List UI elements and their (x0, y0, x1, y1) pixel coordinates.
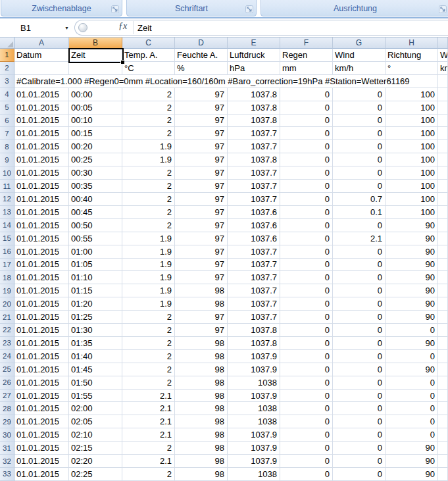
cell-partial-1[interactable]: W (438, 49, 448, 62)
cell-partial-25[interactable] (438, 363, 448, 376)
cell-C-4[interactable]: 2 (122, 88, 175, 101)
cell-A-14[interactable]: 01.01.2015 (14, 219, 69, 232)
cell-C-22[interactable]: 2 (122, 324, 175, 337)
cell-G-33[interactable]: 0 (333, 468, 386, 481)
insert-function-button[interactable]: ƒx (118, 21, 127, 32)
cell-E-27[interactable]: 1037.9 (228, 390, 280, 403)
cell-H-11[interactable]: 100 (386, 180, 438, 193)
cell-C-12[interactable]: 2 (122, 193, 175, 206)
cell-C-21[interactable]: 2 (122, 311, 175, 324)
cell-A-15[interactable]: 01.01.2015 (14, 232, 69, 245)
cell-A-3[interactable]: #Calibrate=1.000 #Regen0=0mm #Location=1… (14, 75, 438, 88)
row-header-19[interactable]: 19 (0, 284, 14, 297)
cell-D-12[interactable]: 97 (175, 193, 228, 206)
cell-G-17[interactable]: 0 (333, 259, 386, 272)
cell-H-33[interactable]: 90 (386, 468, 438, 481)
cell-C-11[interactable]: 2 (122, 180, 175, 193)
cell-partial-5[interactable] (438, 101, 448, 114)
cell-B-18[interactable]: 01:10 (69, 271, 122, 284)
cell-A-30[interactable]: 01.01.2015 (14, 428, 69, 442)
cell-G-28[interactable]: 0 (333, 402, 386, 415)
cell-G-23[interactable]: 0 (333, 337, 386, 350)
cell-C-15[interactable]: 1.9 (122, 232, 175, 245)
cell-D-2[interactable]: % (175, 62, 228, 75)
cell-partial-4[interactable] (438, 88, 448, 101)
cell-partial-10[interactable] (438, 166, 448, 180)
name-box-dropdown-icon[interactable]: ▼ (64, 18, 69, 37)
name-box[interactable]: B1 (0, 18, 51, 37)
cell-F-30[interactable]: 0 (280, 428, 333, 442)
row-header-18[interactable]: 18 (0, 271, 14, 284)
cell-D-5[interactable]: 97 (175, 101, 228, 114)
cell-E-20[interactable]: 1037.7 (228, 297, 280, 311)
cell-F-22[interactable]: 0 (280, 324, 333, 337)
cell-G-12[interactable]: 0.7 (333, 193, 386, 206)
cell-D-6[interactable]: 97 (175, 114, 228, 128)
cell-B-2[interactable] (69, 62, 122, 75)
cell-G-21[interactable]: 0 (333, 311, 386, 324)
cell-H-24[interactable]: 0 (386, 350, 438, 363)
cell-D-16[interactable]: 97 (175, 245, 228, 259)
cell-A-25[interactable]: 01.01.2015 (14, 363, 69, 376)
cell-C-14[interactable]: 2 (122, 219, 175, 232)
cell-G-6[interactable]: 0 (333, 114, 386, 128)
cell-G-22[interactable]: 0 (333, 324, 386, 337)
row-header-26[interactable]: 26 (0, 376, 14, 390)
cell-H-15[interactable]: 90 (386, 232, 438, 245)
cell-H-23[interactable]: 90 (386, 337, 438, 350)
cell-C-8[interactable]: 1.9 (122, 140, 175, 153)
cell-B-12[interactable]: 00:40 (69, 193, 122, 206)
cell-E-25[interactable]: 1037.9 (228, 363, 280, 376)
cell-B-13[interactable]: 00:45 (69, 206, 122, 219)
cell-A-18[interactable]: 01.01.2015 (14, 271, 69, 284)
cell-E-21[interactable]: 1037.7 (228, 311, 280, 324)
dialog-launcher-icon[interactable] (111, 4, 119, 12)
column-header-B[interactable]: B (69, 38, 122, 49)
cell-A-7[interactable]: 01.01.2015 (14, 127, 69, 140)
cell-A-16[interactable]: 01.01.2015 (14, 245, 69, 259)
cell-partial-17[interactable] (438, 259, 448, 272)
cell-F-24[interactable]: 0 (280, 350, 333, 363)
cell-F-1[interactable]: Regen (280, 49, 333, 62)
cell-partial-2[interactable]: km (438, 62, 448, 75)
row-header-12[interactable]: 12 (0, 193, 14, 206)
cell-E-10[interactable]: 1037.7 (228, 166, 280, 180)
column-header-partial[interactable] (438, 38, 448, 49)
row-header-27[interactable]: 27 (0, 390, 14, 403)
dialog-launcher-icon[interactable] (245, 4, 253, 12)
cell-G-8[interactable]: 0 (333, 140, 386, 153)
row-header-7[interactable]: 7 (0, 127, 14, 140)
cell-A-28[interactable]: 01.01.2015 (14, 402, 69, 415)
cell-C-25[interactable]: 2 (122, 363, 175, 376)
cell-G-20[interactable]: 0 (333, 297, 386, 311)
row-header-33[interactable]: 33 (0, 468, 14, 481)
cell-G-11[interactable]: 0 (333, 180, 386, 193)
row-header-16[interactable]: 16 (0, 245, 14, 259)
cell-G-24[interactable]: 0 (333, 350, 386, 363)
row-header-5[interactable]: 5 (0, 101, 14, 114)
cell-D-25[interactable]: 98 (175, 363, 228, 376)
cell-E-14[interactable]: 1037.6 (228, 219, 280, 232)
cell-E-8[interactable]: 1037.7 (228, 140, 280, 153)
cell-B-5[interactable]: 00:05 (69, 101, 122, 114)
cell-partial-20[interactable] (438, 297, 448, 311)
cell-partial-9[interactable] (438, 153, 448, 166)
cell-G-32[interactable]: 0 (333, 455, 386, 468)
cell-H-22[interactable]: 0 (386, 324, 438, 337)
cell-H-20[interactable]: 90 (386, 297, 438, 311)
cell-B-29[interactable]: 02:05 (69, 415, 122, 428)
cell-A-24[interactable]: 01.01.2015 (14, 350, 69, 363)
cell-partial-26[interactable] (438, 376, 448, 390)
row-header-13[interactable]: 13 (0, 206, 14, 219)
cell-F-16[interactable]: 0 (280, 245, 333, 259)
cell-G-2[interactable]: km/h (333, 62, 386, 75)
cell-D-33[interactable]: 98 (175, 468, 228, 481)
cell-D-10[interactable]: 97 (175, 166, 228, 180)
cell-partial-23[interactable] (438, 337, 448, 350)
cell-H-2[interactable]: ° (386, 62, 438, 75)
cell-B-20[interactable]: 01:20 (69, 297, 122, 311)
cell-partial-22[interactable] (438, 324, 448, 337)
cell-B-26[interactable]: 01:50 (69, 376, 122, 390)
cell-F-9[interactable]: 0 (280, 153, 333, 166)
cell-G-1[interactable]: Wind (333, 49, 386, 62)
